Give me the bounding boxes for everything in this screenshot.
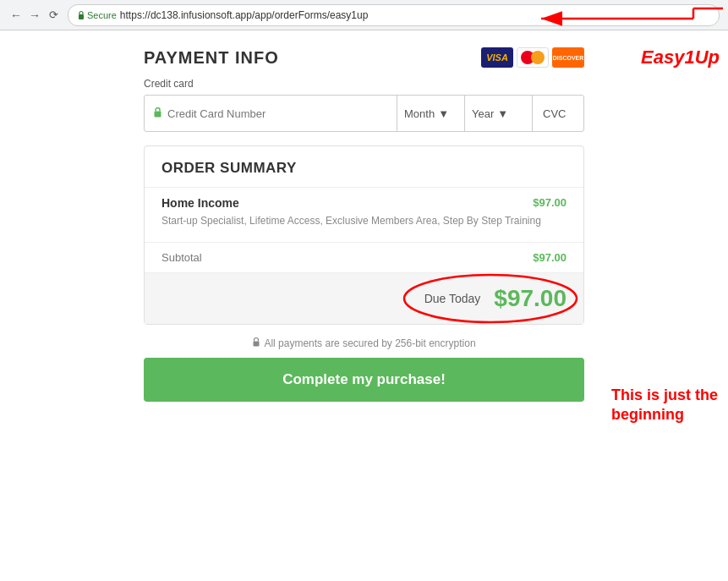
order-item-price: $97.00 [533,196,567,209]
year-label: Year [472,107,494,120]
payment-title: PAYMENT INFO [144,48,279,68]
security-text: All payments are secured by 256-bit encr… [264,337,475,349]
nav-buttons: ← → ⟳ [8,8,61,23]
order-item-name: Home Income [161,196,239,210]
month-label: Month [404,107,435,120]
secure-indicator: Secure [77,10,117,20]
card-number-input[interactable] [167,107,388,120]
year-dropdown[interactable]: Year ▼ [465,96,533,131]
order-item-row: Home Income $97.00 [161,196,567,210]
svg-rect-5 [155,112,161,118]
beginning-annotation: This is just the beginning [611,386,721,425]
credit-card-label: Credit card [144,78,584,90]
subtotal-label: Subtotal [161,251,202,264]
visa-icon: VISA [481,47,513,68]
cvc-field[interactable]: CVC [533,96,583,131]
due-today-amount: $97.00 [494,285,567,312]
page-content: PAYMENT INFO VISA DISCOVER Credit card M… [0,30,728,419]
security-lock-icon [252,337,260,349]
forward-button[interactable]: → [27,8,42,23]
url-text: https://dc138.infusionsoft.app/app/order… [120,9,369,21]
refresh-button[interactable]: ⟳ [46,8,61,23]
secure-label: Secure [87,10,117,20]
year-arrow-icon: ▼ [497,107,508,120]
cvc-label: CVC [543,107,566,120]
address-bar[interactable]: Secure https://dc138.infusionsoft.app/ap… [68,4,720,26]
payment-header: PAYMENT INFO VISA DISCOVER [144,47,584,68]
discover-icon: DISCOVER [552,47,584,68]
order-item: Home Income $97.00 Start-up Specialist, … [145,187,583,242]
due-today-row: Due Today $97.00 [145,272,583,324]
month-dropdown[interactable]: Month ▼ [397,96,465,131]
card-form: Month ▼ Year ▼ CVC [144,95,584,132]
subtotal-row: Subtotal $97.00 [145,242,583,272]
browser-chrome: ← → ⟳ Secure https://dc138.infusionsoft.… [0,0,728,30]
order-summary: ORDER SUMMARY Home Income $97.00 Start-u… [144,145,584,325]
lock-icon [153,107,162,120]
svg-rect-7 [254,342,260,347]
subtotal-amount: $97.00 [533,251,567,264]
security-note: All payments are secured by 256-bit encr… [144,337,584,349]
card-icons: VISA DISCOVER [481,47,584,68]
month-arrow-icon: ▼ [438,107,449,120]
card-number-field[interactable] [145,96,397,131]
submit-button[interactable]: Complete my purchase! [144,358,584,402]
mastercard-icon [517,47,549,68]
order-summary-title: ORDER SUMMARY [145,146,583,187]
due-today-label: Due Today [424,292,481,305]
back-button[interactable]: ← [8,8,24,23]
order-item-desc: Start-up Specialist, Lifetime Access, Ex… [161,213,567,228]
svg-rect-0 [79,14,84,19]
